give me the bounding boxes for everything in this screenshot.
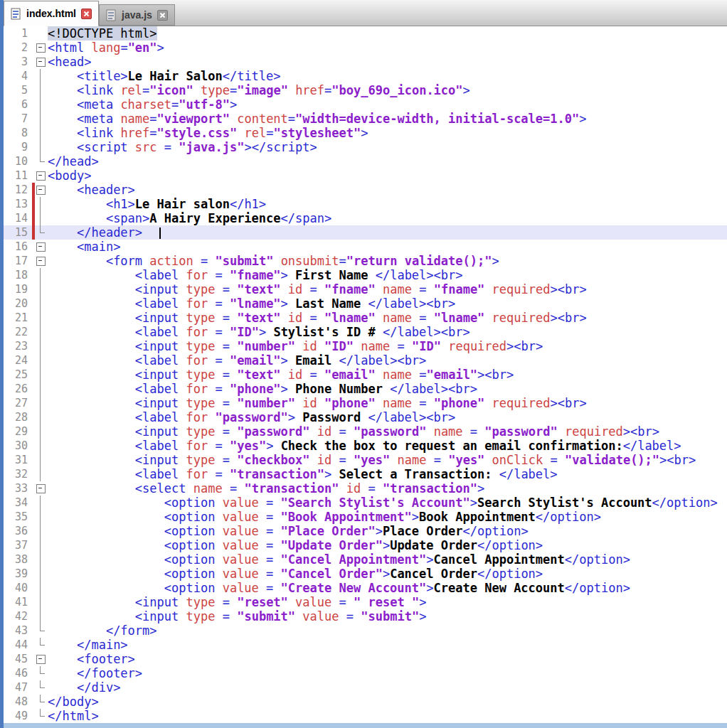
code-line[interactable]: 10</head> <box>4 154 727 168</box>
code-line[interactable]: 49</html> <box>4 709 727 723</box>
line-number[interactable]: 36 <box>4 524 32 538</box>
code-line[interactable]: 16 <main> <box>4 240 727 254</box>
line-number[interactable]: 17 <box>4 254 32 268</box>
code-line[interactable]: 43 </form> <box>4 623 727 638</box>
code-line[interactable]: 24 <label for = "email"> Email </label><… <box>4 353 727 368</box>
code-line[interactable]: 46 </footer> <box>4 666 727 680</box>
code-line[interactable]: 48</body> <box>4 695 727 709</box>
line-number[interactable]: 4 <box>4 69 32 83</box>
line-number[interactable]: 38 <box>4 552 32 567</box>
line-number[interactable]: 3 <box>4 55 32 69</box>
code-line[interactable]: 23 <input type = "number" id "ID" name =… <box>4 339 727 353</box>
line-number[interactable]: 47 <box>4 680 32 695</box>
line-number[interactable]: 48 <box>4 695 32 709</box>
code-line[interactable]: 26 <label for = "phone"> Phone Number </… <box>4 382 727 396</box>
tab-java-js[interactable]: java.js <box>99 4 175 26</box>
line-number[interactable]: 19 <box>4 282 32 296</box>
line-number[interactable]: 21 <box>4 311 32 325</box>
code-line[interactable]: 21 <input type = "text" id = "lname" nam… <box>4 311 727 325</box>
line-number[interactable]: 15 <box>4 225 32 240</box>
line-number[interactable]: 7 <box>4 112 32 126</box>
line-number[interactable]: 25 <box>4 368 32 382</box>
code-line[interactable]: 41 <input type = "reset" value = " reset… <box>4 595 727 609</box>
line-number[interactable]: 33 <box>4 481 32 496</box>
line-number[interactable]: 24 <box>4 353 32 368</box>
code-line[interactable]: 9 <script src = "java.js"></script> <box>4 140 727 154</box>
line-number[interactable]: 39 <box>4 567 32 581</box>
code-line[interactable]: 18 <label for = "fname"> First Name </la… <box>4 268 727 282</box>
line-number[interactable]: 12 <box>4 183 32 197</box>
code-line[interactable]: 11<body> <box>4 168 727 183</box>
code-line[interactable]: 47 </div> <box>4 680 727 695</box>
line-number[interactable]: 37 <box>4 538 32 552</box>
code-line[interactable]: 13 <h1>Le Hair salon</h1> <box>4 197 727 211</box>
code-line[interactable]: 44 </main> <box>4 638 727 652</box>
code-line[interactable]: 8 <link href="style.css" rel="stylesheet… <box>4 126 727 140</box>
code-line[interactable]: 38 <option value = "Cancel Appointment">… <box>4 552 727 567</box>
code-line[interactable]: 45 <footer> <box>4 652 727 666</box>
code-line[interactable]: 37 <option value = "Update Order">Update… <box>4 538 727 552</box>
line-number[interactable]: 42 <box>4 609 32 623</box>
line-number[interactable]: 18 <box>4 268 32 282</box>
line-number[interactable]: 29 <box>4 424 32 439</box>
fold-collapse-icon[interactable] <box>35 41 48 55</box>
tab-index-html[interactable]: index.html <box>4 1 99 26</box>
line-number[interactable]: 11 <box>4 168 32 183</box>
code-line[interactable]: 36 <option value = "Place Order">Place O… <box>4 524 727 538</box>
code-line[interactable]: 20 <label for = "lname"> Last Name </lab… <box>4 296 727 311</box>
line-number[interactable]: 35 <box>4 510 32 524</box>
code-line[interactable]: 30 <label for = "yes"> Check the box to … <box>4 439 727 453</box>
line-number[interactable]: 22 <box>4 325 32 339</box>
line-number[interactable]: 34 <box>4 496 32 510</box>
line-number[interactable]: 20 <box>4 296 32 311</box>
line-number[interactable]: 46 <box>4 666 32 680</box>
code-area[interactable]: 1<!DOCTYPE html>2<html lang="en">3<head>… <box>4 26 727 723</box>
fold-collapse-icon[interactable] <box>35 652 48 666</box>
line-number[interactable]: 9 <box>4 140 32 154</box>
line-number[interactable]: 40 <box>4 581 32 595</box>
code-line[interactable]: 3<head> <box>4 55 727 69</box>
fold-collapse-icon[interactable] <box>35 481 48 496</box>
code-line[interactable]: 5 <link rel="icon" type="image" href="bo… <box>4 83 727 97</box>
code-line[interactable]: 40 <option value = "Create New Account">… <box>4 581 727 595</box>
fold-collapse-icon[interactable] <box>35 55 48 69</box>
code-line[interactable]: 6 <meta charset="utf-8"> <box>4 97 727 112</box>
code-line[interactable]: 2<html lang="en"> <box>4 41 727 55</box>
line-number[interactable]: 23 <box>4 339 32 353</box>
line-number[interactable]: 16 <box>4 240 32 254</box>
code-line[interactable]: 22 <label for = "ID"> Stylist's ID # </l… <box>4 325 727 339</box>
line-number[interactable]: 26 <box>4 382 32 396</box>
line-number[interactable]: 6 <box>4 97 32 112</box>
code-line[interactable]: 28 <label for "password"> Password </lab… <box>4 410 727 424</box>
line-number[interactable]: 2 <box>4 41 32 55</box>
code-line[interactable]: 33 <select name = "transaction" id = "tr… <box>4 481 727 496</box>
code-line[interactable]: 4 <title>Le Hair Salon</title> <box>4 69 727 83</box>
line-number[interactable]: 43 <box>4 623 32 638</box>
code-line[interactable]: 19 <input type = "text" id = "fname" nam… <box>4 282 727 296</box>
line-number[interactable]: 13 <box>4 197 32 211</box>
line-number[interactable]: 1 <box>4 26 32 41</box>
code-line[interactable]: 32 <label for = "transaction"> Select a … <box>4 467 727 481</box>
line-number[interactable]: 31 <box>4 453 32 467</box>
code-line[interactable]: 17 <form action = "submit" onsubmit="ret… <box>4 254 727 268</box>
line-number[interactable]: 10 <box>4 154 32 168</box>
code-line[interactable]: 31 <input type = "checkbox" id = "yes" n… <box>4 453 727 467</box>
code-line[interactable]: 1<!DOCTYPE html> <box>4 26 727 41</box>
fold-collapse-icon[interactable] <box>35 183 48 197</box>
code-line[interactable]: 15 </header> <box>4 225 727 240</box>
code-line[interactable]: 12 <header> <box>4 183 727 197</box>
code-line[interactable]: 27 <input type = "number" id "phone" nam… <box>4 396 727 410</box>
fold-collapse-icon[interactable] <box>35 168 48 183</box>
code-line[interactable]: 25 <input type = "text" id = "email" nam… <box>4 368 727 382</box>
line-number[interactable]: 45 <box>4 652 32 666</box>
line-number[interactable]: 27 <box>4 396 32 410</box>
fold-collapse-icon[interactable] <box>35 254 48 268</box>
code-line[interactable]: 29 <input type = "password" id = "passwo… <box>4 424 727 439</box>
line-number[interactable]: 41 <box>4 595 32 609</box>
line-number[interactable]: 44 <box>4 638 32 652</box>
tab-close-button[interactable] <box>81 9 92 19</box>
line-number[interactable]: 32 <box>4 467 32 481</box>
code-line[interactable]: 42 <input type = "submit" value = "submi… <box>4 609 727 623</box>
code-line[interactable]: 35 <option value = "Book Appointment">Bo… <box>4 510 727 524</box>
line-number[interactable]: 5 <box>4 83 32 97</box>
